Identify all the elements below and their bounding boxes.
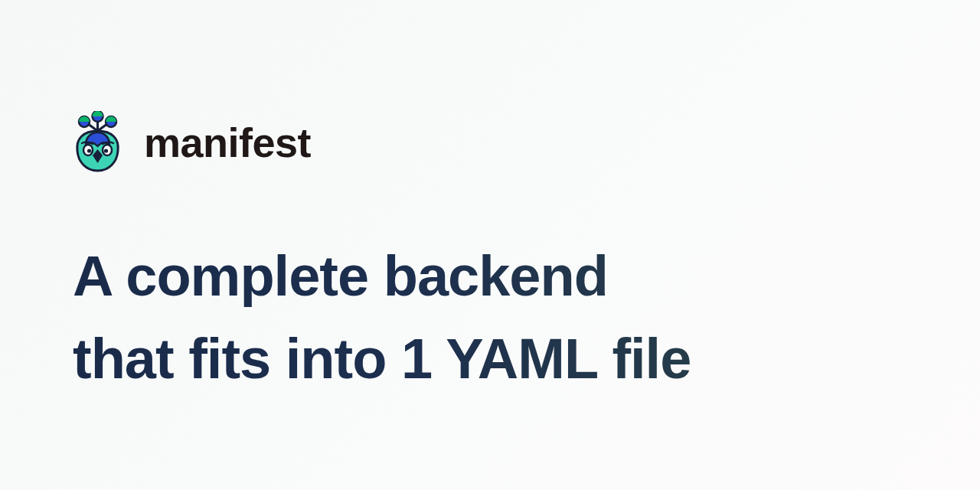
headline: A complete backend that fits into 1 YAML… bbox=[73, 235, 915, 400]
headline-line-1: A complete backend bbox=[73, 244, 608, 308]
svg-point-9 bbox=[104, 149, 108, 152]
brand-name: manifest bbox=[144, 119, 311, 166]
hero-card: manifest A complete backend that fits in… bbox=[73, 111, 915, 400]
svg-point-7 bbox=[87, 149, 91, 152]
manifest-logo-icon bbox=[73, 111, 122, 174]
headline-line-2: that fits into 1 YAML file bbox=[73, 327, 691, 390]
brand-row: manifest bbox=[73, 111, 915, 174]
